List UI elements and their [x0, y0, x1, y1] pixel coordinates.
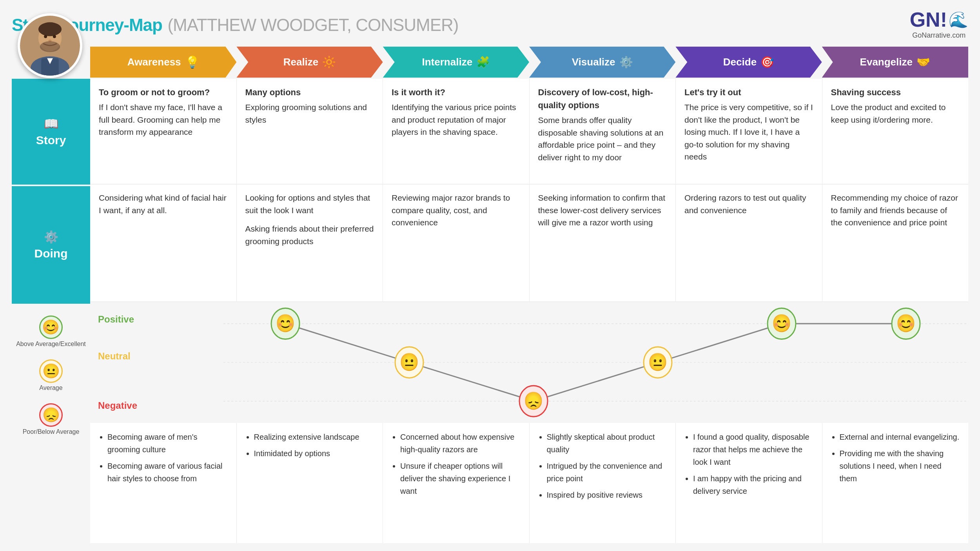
chart-labels-area: Positive Neutral Negative: [90, 302, 223, 423]
svg-point-3: [44, 35, 47, 38]
story-cell-2: Is it worth it? Identifying the various …: [383, 79, 530, 184]
bullet-list-5: External and internal evangelizing. Prov…: [831, 431, 960, 485]
logo-gn: GN!: [910, 8, 947, 31]
doing-cell-0: Considering what kind of facial hair I w…: [90, 185, 237, 301]
bullet-cell-1: Realizing extensive landscape Intimidate…: [237, 423, 383, 544]
realize-icon: 🔆: [322, 56, 336, 69]
logo-sub: GoNarrative.com: [912, 31, 965, 40]
stage-decide: Decide 🎯: [675, 47, 822, 78]
bullet-list-2: Concerned about how expensive high-quali…: [392, 431, 521, 497]
svg-text:😐: 😐: [648, 352, 668, 372]
bullet-4-0: I found a good quality, disposable razor…: [693, 431, 813, 468]
bullet-cell-0: Becoming aware of men's grooming culture…: [90, 423, 237, 544]
doing-cell-4: Ordering razors to test out quality and …: [676, 185, 822, 301]
bullet-list-3: Slightly skeptical about product quality…: [538, 431, 667, 501]
bullet-3-2: Inspired by positive reviews: [547, 489, 667, 501]
story-body-3: Some brands offer quality disposable sha…: [538, 114, 667, 163]
story-title-2: Is it worth it?: [392, 86, 521, 99]
main-container: Story-Journey-Map (MATTHEW WOODGET, CONS…: [0, 0, 980, 551]
svg-text:😊: 😊: [896, 313, 916, 334]
stage-awareness: Awareness 💡: [90, 47, 236, 78]
stage-realize: Realize 🔆: [236, 47, 383, 78]
bullet-list-1: Realizing extensive landscape Intimidate…: [245, 431, 374, 460]
story-body-5: Love the product and excited to keep usi…: [831, 101, 960, 126]
doing-text-1-1: Asking friends about their preferred gro…: [245, 223, 374, 247]
bullet-cell-5: External and internal evangelizing. Prov…: [822, 423, 969, 544]
svg-text:😐: 😐: [399, 352, 419, 372]
story-cell-0: To groom or not to groom? If I don't sha…: [90, 79, 237, 184]
stage-visualize: Visualize ⚙️: [529, 47, 675, 78]
emotion-chart: 😊 😐 😞 😐 😊: [223, 302, 968, 423]
bullet-3-0: Slightly skeptical about product quality: [547, 431, 667, 456]
visualize-icon: ⚙️: [619, 56, 633, 69]
bullet-3-1: Intrigued by the convenience and price p…: [547, 460, 667, 485]
story-body-1: Exploring grooming solutions and styles: [245, 101, 374, 126]
visualize-label: Visualize: [572, 56, 615, 68]
bullet-1-0: Realizing extensive landscape: [254, 431, 374, 443]
story-title-0: To groom or not to groom?: [99, 86, 228, 99]
svg-text:😊: 😊: [276, 313, 295, 334]
story-title-1: Many options: [245, 86, 374, 99]
story-title-3: Discovery of low-cost, high-quality opti…: [538, 86, 667, 112]
legend-positive: 😊 Above Average/Excellent: [16, 315, 86, 348]
face-negative: 😞: [39, 403, 63, 427]
bullet-2-0: Concerned about how expensive high-quali…: [400, 431, 521, 456]
face-positive: 😊: [39, 315, 63, 339]
face-neutral: 😐: [39, 359, 63, 383]
decide-label: Decide: [723, 56, 757, 68]
bullet-list-4: I found a good quality, disposable razor…: [684, 431, 813, 497]
legend-negative: 😞 Poor/Below Average: [23, 403, 80, 435]
story-cell-3: Discovery of low-cost, high-quality opti…: [530, 79, 676, 184]
awareness-icon: 💡: [185, 55, 200, 69]
story-body-2: Identifying the various price points and…: [392, 101, 521, 138]
title-sub: (MATTHEW WOODGET, CONSUMER): [167, 15, 458, 34]
stage-evangelize: Evangelize 🤝: [822, 47, 968, 78]
story-title-5: Shaving success: [831, 86, 960, 99]
doing-text-5-0: Recommending my choice of razor to famil…: [831, 192, 960, 229]
bullet-5-1: Providing me with the shaving solutions …: [840, 447, 960, 485]
evangelize-label: Evangelize: [860, 56, 913, 68]
doing-label: ⚙️ Doing: [12, 186, 90, 304]
bullets-area: Becoming aware of men's grooming culture…: [90, 423, 968, 544]
decide-icon: 🎯: [760, 56, 774, 69]
realize-label: Realize: [283, 56, 319, 68]
bullet-cell-4: I found a good quality, disposable razor…: [676, 423, 822, 544]
header: Story-Journey-Map (MATTHEW WOODGET, CONS…: [12, 8, 968, 40]
doing-cell-3: Seeking information to confirm that thes…: [530, 185, 676, 301]
story-cell-4: Let's try it out The price is very compe…: [676, 79, 822, 184]
right-content: To groom or not to groom? If I don't sha…: [90, 79, 968, 543]
story-cell-5: Shaving success Love the product and exc…: [822, 79, 969, 184]
doing-text-3-0: Seeking information to confirm that thes…: [538, 192, 667, 229]
story-label: 📖 Story: [12, 79, 90, 185]
internalize-label: Internalize: [422, 56, 473, 68]
bullet-4-1: I am happy with the pricing and delivery…: [693, 472, 813, 497]
doing-text-0-0: Considering what kind of facial hair I w…: [99, 192, 228, 216]
bullet-list-0: Becoming aware of men's grooming culture…: [99, 431, 228, 485]
story-title-4: Let's try it out: [684, 86, 813, 99]
content-grid: 📖 Story ⚙️ Doing 😊 Above Average/Excelle…: [12, 79, 968, 543]
bullet-2-1: Unsure if cheaper options will deliver t…: [400, 460, 521, 497]
evangelize-icon: 🤝: [916, 56, 930, 69]
left-labels: 📖 Story ⚙️ Doing 😊 Above Average/Excelle…: [12, 79, 90, 543]
svg-text:😞: 😞: [524, 391, 543, 411]
story-body-0: If I don't shave my face, I'll have a fu…: [99, 101, 228, 138]
emotion-legend: 😊 Above Average/Excellent 😐 Average 😞: [12, 304, 90, 543]
svg-point-2: [38, 22, 62, 36]
doing-row: Considering what kind of facial hair I w…: [90, 185, 968, 302]
logo: GN! 🌊 GoNarrative.com: [910, 8, 968, 40]
bullet-1-1: Intimidated by options: [254, 447, 374, 460]
doing-cell-2: Reviewing major razor brands to compare …: [383, 185, 530, 301]
doing-cell-5: Recommending my choice of razor to famil…: [822, 185, 969, 301]
bullet-cell-3: Slightly skeptical about product quality…: [530, 423, 676, 544]
label-neutral: Neutral: [98, 351, 131, 362]
bullet-5-0: External and internal evangelizing.: [840, 431, 960, 443]
doing-text-2-0: Reviewing major razor brands to compare …: [392, 192, 521, 229]
legend-neutral: 😐 Average: [39, 359, 63, 392]
avatar: [18, 13, 82, 78]
doing-text-1-0: Looking for options and styles that suit…: [245, 192, 374, 216]
bullet-cell-2: Concerned about how expensive high-quali…: [383, 423, 530, 544]
label-negative: Negative: [98, 400, 137, 411]
awareness-label: Awareness: [127, 56, 181, 68]
stages-row: Awareness 💡 Realize 🔆 Internalize 🧩 Visu…: [90, 47, 968, 78]
emotion-area: Positive Neutral Negative: [90, 302, 968, 423]
